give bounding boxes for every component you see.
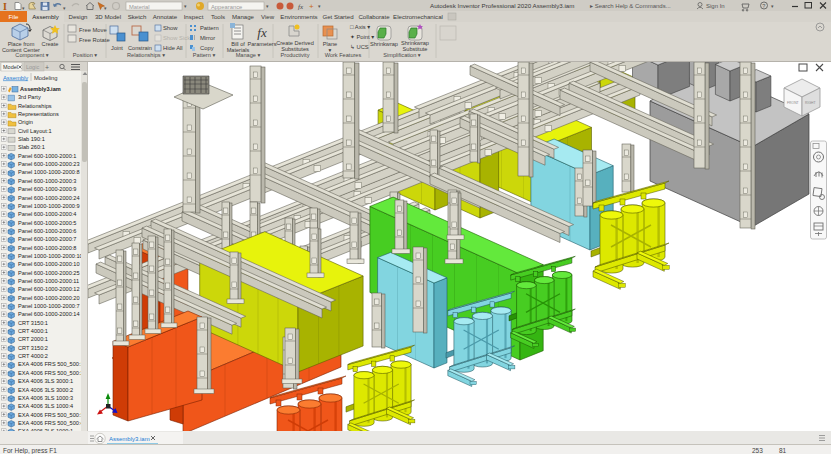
- svg-text:View: View: [261, 13, 275, 20]
- svg-text:Substitute: Substitute: [403, 46, 428, 52]
- svg-text:?: ?: [762, 3, 765, 9]
- svg-text:Productivity: Productivity: [281, 52, 310, 58]
- svg-text:Slab 260:1: Slab 260:1: [18, 144, 45, 150]
- svg-text:Panel 1000-1000-2000:10: Panel 1000-1000-2000:10: [18, 253, 83, 259]
- svg-text:Panel 600-1000-2000:24: Panel 600-1000-2000:24: [18, 195, 80, 201]
- svg-text:Relationships: Relationships: [18, 103, 52, 109]
- svg-text:Joint: Joint: [111, 45, 123, 51]
- svg-text:Environments: Environments: [280, 13, 317, 20]
- svg-text:FRONT: FRONT: [787, 101, 799, 105]
- svg-text:Material: Material: [129, 4, 150, 10]
- svg-text:Origin: Origin: [18, 119, 33, 125]
- svg-text:Get Started: Get Started: [322, 13, 353, 20]
- svg-text:Plane: Plane: [323, 41, 337, 47]
- svg-text:CRT 3150:2: CRT 3150:2: [18, 345, 48, 351]
- svg-text:▾: ▾: [329, 47, 332, 53]
- svg-text:Relationships ▾: Relationships ▾: [127, 52, 165, 58]
- svg-text:Panel 600-1000-2000:1: Panel 600-1000-2000:1: [18, 153, 76, 159]
- svg-text:Panel 600-1000-2000:3: Panel 600-1000-2000:3: [18, 178, 76, 184]
- svg-text:EXA 4006 FRS 500_500:3: EXA 4006 FRS 500_500:3: [18, 412, 84, 418]
- svg-text:Shrinkwrap: Shrinkwrap: [401, 40, 429, 46]
- svg-text:fx: fx: [257, 25, 267, 40]
- svg-text:Simplification ▾: Simplification ▾: [383, 52, 421, 58]
- svg-text:Panel 600-1000-2000:23: Panel 600-1000-2000:23: [18, 161, 80, 167]
- svg-text:fx: fx: [298, 3, 304, 11]
- svg-text:I: I: [3, 1, 7, 12]
- svg-text:Panel 600-1000-2000:6: Panel 600-1000-2000:6: [18, 228, 76, 234]
- svg-text:EXA 4006 3LS 1000:3: EXA 4006 3LS 1000:3: [18, 395, 73, 401]
- svg-text:Civil Layout:1: Civil Layout:1: [18, 128, 52, 134]
- svg-text:Electromechanical: Electromechanical: [393, 13, 443, 20]
- svg-text:Representations: Representations: [18, 111, 59, 117]
- svg-text:Place from: Place from: [8, 41, 35, 47]
- svg-text:✦ Point ▾: ✦ Point ▾: [350, 34, 374, 40]
- svg-text:Assembly3.iam: Assembly3.iam: [20, 86, 61, 92]
- svg-text:EXA 4006 3LS 3000:2: EXA 4006 3LS 3000:2: [18, 387, 73, 393]
- svg-text:Assembly: Assembly: [3, 75, 28, 81]
- svg-text:Panel 600-1000-2000:25: Panel 600-1000-2000:25: [18, 270, 80, 276]
- svg-text:Materials: Materials: [227, 47, 250, 53]
- svg-text:Panel 1000-1000-2000:7: Panel 1000-1000-2000:7: [18, 303, 80, 309]
- svg-text:Panel 600-1000-2000:12: Panel 600-1000-2000:12: [18, 286, 80, 292]
- svg-text:Annotate: Annotate: [153, 13, 178, 20]
- svg-text:Modeling: Modeling: [34, 75, 58, 81]
- svg-text:Appearance: Appearance: [211, 4, 242, 10]
- svg-text:File: File: [9, 13, 19, 20]
- svg-text:Position ▾: Position ▾: [73, 52, 97, 58]
- svg-text:Shrinkwrap: Shrinkwrap: [370, 41, 398, 47]
- svg-text:Autodesk Inventor Professional: Autodesk Inventor Professional 2020 Asse…: [430, 2, 574, 9]
- svg-text:Mirror: Mirror: [200, 35, 215, 41]
- svg-text:Panel 600-1000-2000:10: Panel 600-1000-2000:10: [18, 261, 80, 267]
- svg-text:↳ UCS: ↳ UCS: [350, 44, 369, 50]
- svg-text:EXA 4006 3LS 3000:1: EXA 4006 3LS 3000:1: [18, 378, 73, 384]
- svg-text:Collaborate: Collaborate: [358, 13, 390, 20]
- svg-text:EXA 4006 FRS 500_500:1: EXA 4006 FRS 500_500:1: [18, 361, 84, 367]
- svg-text:Panel 600-1000-2000:9: Panel 600-1000-2000:9: [18, 186, 76, 192]
- svg-text:CRT 4000:2: CRT 4000:2: [18, 353, 48, 359]
- svg-text:Slab 190:1: Slab 190:1: [18, 136, 45, 142]
- svg-text:Pattern ▾: Pattern ▾: [193, 52, 216, 58]
- svg-text:Free Move: Free Move: [79, 27, 107, 33]
- svg-text:Panel 600-1000-2000:20: Panel 600-1000-2000:20: [18, 295, 80, 301]
- svg-text:Create Derived: Create Derived: [276, 40, 314, 46]
- svg-text:Sketch: Sketch: [128, 13, 147, 20]
- svg-text:Panel 600-1000-2000:5: Panel 600-1000-2000:5: [18, 220, 76, 226]
- svg-text:Panel 600-1000-2000:8: Panel 600-1000-2000:8: [18, 245, 76, 251]
- svg-text:Panel 600-1000-2000:7: Panel 600-1000-2000:7: [18, 236, 76, 242]
- svg-text:Content Center: Content Center: [2, 47, 40, 53]
- svg-text:Free Rotate: Free Rotate: [79, 37, 110, 43]
- svg-text:EXA 4006 FRS 500_500:4: EXA 4006 FRS 500_500:4: [18, 420, 84, 426]
- svg-text:Tools: Tools: [211, 13, 225, 20]
- svg-text:CRT 3150:1: CRT 3150:1: [18, 320, 48, 326]
- svg-text:RIGHT: RIGHT: [805, 101, 816, 105]
- svg-text:+: +: [309, 2, 314, 11]
- svg-text:Panel 600-1000-2000:14: Panel 600-1000-2000:14: [18, 311, 80, 317]
- svg-text:Assembly3.iam: Assembly3.iam: [109, 436, 150, 442]
- svg-text:Copy: Copy: [200, 45, 214, 51]
- svg-text:Parameters: Parameters: [248, 41, 277, 47]
- svg-text:CRT 4000:1: CRT 4000:1: [18, 328, 48, 334]
- svg-text:Design: Design: [69, 13, 88, 20]
- svg-text:Manage: Manage: [232, 13, 255, 20]
- svg-text:EXA 4006 FRS 500_500:2: EXA 4006 FRS 500_500:2: [18, 370, 84, 376]
- svg-text:Bill of: Bill of: [231, 41, 245, 47]
- svg-text:Logic: Logic: [26, 64, 39, 70]
- svg-text:EXA 4006 3LS 1000:4: EXA 4006 3LS 1000:4: [18, 403, 73, 409]
- svg-text:Panel 600-1000-2000:11: Panel 600-1000-2000:11: [18, 278, 79, 284]
- svg-text:Pattern: Pattern: [200, 25, 219, 31]
- svg-text:Constrain: Constrain: [128, 45, 152, 51]
- svg-text:Assembly: Assembly: [32, 13, 59, 20]
- svg-text:Hide All: Hide All: [163, 45, 183, 51]
- svg-text:□ Axis ▾: □ Axis ▾: [350, 24, 370, 30]
- svg-text:+: +: [45, 64, 49, 71]
- svg-text:Sign In: Sign In: [706, 3, 725, 9]
- svg-text:3D Model: 3D Model: [95, 13, 121, 20]
- svg-text:Show Sick: Show Sick: [163, 35, 190, 41]
- svg-text:Model: Model: [3, 64, 18, 70]
- svg-text:Create: Create: [42, 41, 59, 47]
- svg-text:Show: Show: [163, 25, 178, 31]
- svg-text:▸ Search Help & Commands...: ▸ Search Help & Commands...: [590, 3, 671, 9]
- svg-text:CRT 2000:1: CRT 2000:1: [18, 336, 48, 342]
- svg-text:3rd Party: 3rd Party: [18, 94, 41, 100]
- svg-text:Panel 1000-1000-2000:8: Panel 1000-1000-2000:8: [18, 169, 80, 175]
